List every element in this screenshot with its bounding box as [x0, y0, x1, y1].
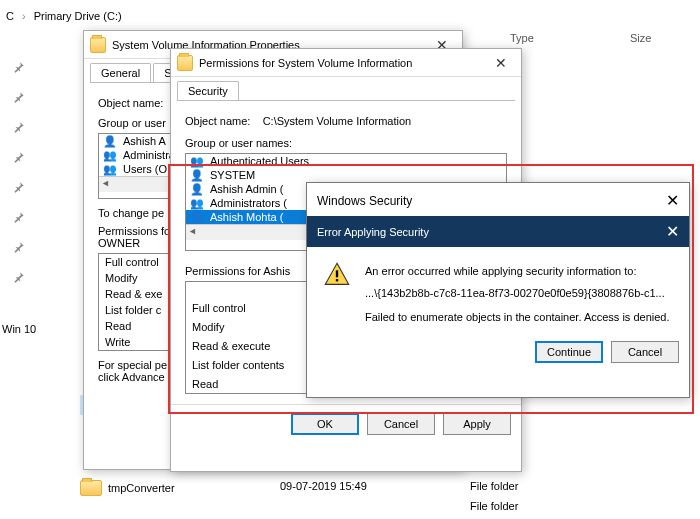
object-name-label: Object name:: [98, 97, 163, 109]
titlebar[interactable]: Permissions for System Volume Informatio…: [171, 49, 521, 77]
pin-icon: [12, 180, 26, 194]
close-icon[interactable]: ✕: [666, 222, 679, 241]
error-line-3: Failed to enumerate objects in the conta…: [365, 311, 670, 323]
apply-button[interactable]: Apply: [443, 413, 511, 435]
dialog-inner-title: Error Applying Security: [317, 226, 429, 238]
user-icon: 👤: [190, 169, 206, 181]
list-item[interactable]: 👤SYSTEM: [186, 168, 506, 182]
list-item[interactable]: 👥Authenticated Users: [186, 154, 506, 168]
users-icon: 👥: [190, 155, 206, 167]
tab-security[interactable]: Security: [177, 81, 239, 100]
users-icon: 👥: [103, 149, 119, 161]
pin-icon: [12, 60, 26, 74]
folder-icon: [177, 55, 193, 71]
col-type[interactable]: Type: [510, 32, 570, 44]
list-item[interactable]: tmpConverter: [80, 480, 175, 496]
file-date: 09-07-2019 15:49: [280, 480, 367, 492]
file-type: File folder: [470, 480, 518, 492]
error-line-1: An error occurred while applying securit…: [365, 265, 670, 277]
continue-button[interactable]: Continue: [535, 341, 603, 363]
col-size[interactable]: Size: [630, 32, 690, 44]
breadcrumb[interactable]: C › Primary Drive (C:): [0, 5, 128, 27]
groups-label: Group or user names:: [185, 137, 292, 149]
dialog-outer-title: Windows Security: [317, 194, 666, 208]
dialog-titlebar[interactable]: Windows Security ✕: [307, 183, 689, 216]
pin-icon: [12, 120, 26, 134]
pin-icon: [12, 240, 26, 254]
special-perm-line2: click Advance: [98, 371, 165, 383]
close-icon[interactable]: ✕: [666, 191, 679, 210]
column-headers: Type Size: [510, 32, 690, 44]
pin-icon: [12, 210, 26, 224]
tab-general[interactable]: General: [90, 63, 151, 82]
pin-icon: [12, 150, 26, 164]
special-perm-line1: For special pe: [98, 359, 167, 371]
object-name-value: C:\System Volume Information: [263, 115, 412, 127]
svg-rect-0: [336, 270, 338, 277]
sidebar-item-win10[interactable]: Win 10: [2, 323, 36, 335]
user-icon: 👤: [190, 211, 206, 223]
windows-security-dialog: Windows Security ✕ Error Applying Securi…: [306, 182, 690, 398]
window-title: Permissions for System Volume Informatio…: [199, 57, 487, 69]
owner-label: OWNER: [98, 237, 140, 249]
pin-icon: [12, 90, 26, 104]
svg-rect-1: [336, 279, 338, 281]
cancel-button[interactable]: Cancel: [611, 341, 679, 363]
file-type: File folder: [470, 500, 518, 512]
user-icon: 👤: [103, 135, 119, 147]
object-name-label: Object name:: [185, 115, 250, 127]
close-icon[interactable]: ✕: [487, 55, 515, 71]
pin-icon: [12, 270, 26, 284]
groups-label: Group or user: [98, 117, 166, 129]
file-name: tmpConverter: [108, 482, 175, 494]
users-icon: 👥: [190, 197, 206, 209]
cancel-button[interactable]: Cancel: [367, 413, 435, 435]
quick-access-pins: [12, 60, 26, 284]
warning-icon: [323, 261, 351, 289]
breadcrumb-drive[interactable]: Primary Drive (C:): [28, 10, 128, 22]
dialog-subheader: Error Applying Security ✕: [307, 216, 689, 247]
user-icon: 👤: [190, 183, 206, 195]
ok-button[interactable]: OK: [291, 413, 359, 435]
error-path: ...\{143b2b8b-c7c8-11ea-8f73-00270e0f0e5…: [365, 287, 670, 299]
users-icon: 👥: [103, 163, 119, 175]
permissions-for-label: Permissions fo: [98, 225, 170, 237]
folder-icon: [90, 37, 106, 53]
chevron-right-icon: ›: [20, 10, 28, 22]
breadcrumb-root[interactable]: C: [0, 10, 20, 22]
folder-icon: [80, 480, 102, 496]
